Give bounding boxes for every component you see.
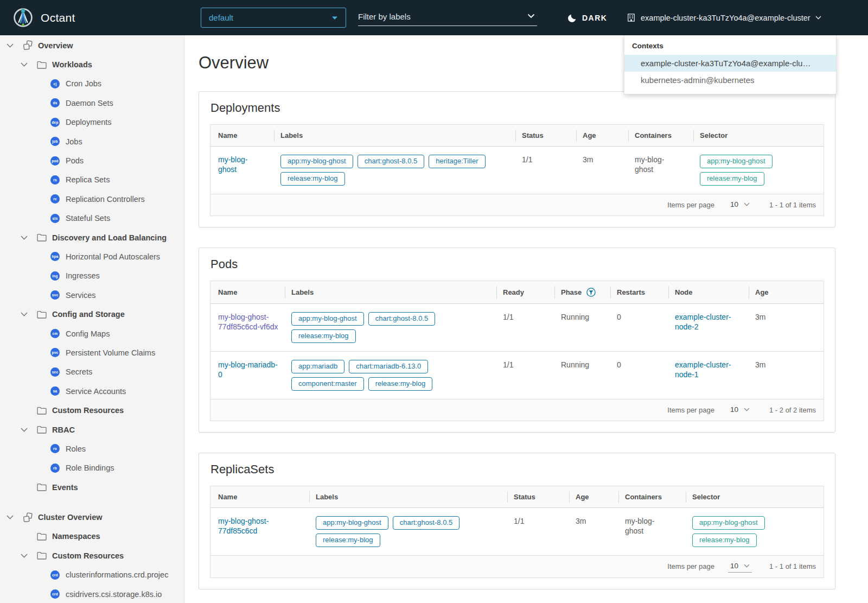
label-pill: release:my-blog	[316, 534, 380, 547]
pod-name-link[interactable]: my-blog-ghost-77df85c6cd-vf6dx	[218, 312, 278, 332]
column-header-ready: Ready	[496, 281, 554, 304]
chevron-down-icon[interactable]	[20, 428, 28, 432]
sidebar-item-label: Cluster Overview	[38, 513, 102, 522]
organization-icon	[627, 13, 636, 22]
sidebar-item-jobs[interactable]: job Jobs	[0, 132, 184, 151]
items-per-page-label: Items per page	[667, 406, 714, 414]
sidebar-item-service-accounts[interactable]: sa Service Accounts	[0, 382, 184, 401]
table-row: my-blog-mariadb-0 app:mariadb chart:mari…	[210, 351, 824, 398]
main-content: Overview Deployments Name Labels Status …	[185, 35, 868, 603]
containers-value: my-blog-ghost	[635, 155, 681, 174]
chevron-down-icon[interactable]	[20, 236, 28, 240]
moon-icon	[567, 13, 577, 23]
label-pill: heritage:Tiller	[429, 155, 485, 168]
sidebar-item-label: Daemon Sets	[66, 99, 113, 107]
sidebar-item-config-and-storage[interactable]: Config and Storage	[0, 304, 184, 323]
sidebar-item-daemon-sets[interactable]: ds Daemon Sets	[0, 93, 184, 112]
sidebar-item-deployments[interactable]: dep Deployments	[0, 113, 184, 132]
page-size-value: 10	[730, 562, 738, 570]
age-value: 3m	[569, 507, 618, 555]
chevron-down-icon[interactable]	[527, 14, 535, 18]
sidebar-item-label: Overview	[38, 41, 73, 50]
sidebar-item-cron-jobs[interactable]: cj Cron Jobs	[0, 74, 184, 93]
context-selector[interactable]: example-cluster-ka3TuTzYo4a@example-clus…	[627, 0, 821, 35]
sidebar-item-rbac[interactable]: RBAC	[0, 420, 184, 439]
age-value: 3m	[749, 351, 824, 398]
sidebar-item-role-bindings[interactable]: rb Role Bindings	[0, 459, 184, 478]
sidebar-item-cluster-overview[interactable]: Cluster Overview	[0, 507, 184, 526]
label-pill: app:my-blog-ghost	[316, 516, 388, 530]
deployment-name-link[interactable]: my-blog-ghost	[218, 155, 265, 174]
selector-pill: release:my-blog	[692, 534, 757, 547]
sidebar-item-label: Workloads	[52, 60, 92, 69]
sidebar-item-horizontal-pod-autoscalers[interactable]: hpa Horizontal Pod Autoscalers	[0, 247, 184, 266]
replicaset-name-link[interactable]: my-blog-ghost-77df85c6cd	[218, 516, 303, 536]
sidebar-item-config-maps[interactable]: cm Config Maps	[0, 324, 184, 343]
sidebar-item-events[interactable]: Events	[0, 478, 184, 497]
hpa-icon: hpa	[50, 252, 60, 261]
context-menu-item-example-cluster[interactable]: example-cluster-ka3TuTzYo4a@example-clu…	[624, 55, 836, 72]
sidebar-item-services[interactable]: svc Services	[0, 285, 184, 304]
page-size-select[interactable]: 10	[728, 404, 752, 416]
theme-toggle[interactable]: DARK	[567, 0, 607, 35]
context-menu-item-kubernetes-admin[interactable]: kubernetes-admin@kubernetes	[624, 72, 836, 88]
sidebar-item-discovery-and-load-balancing[interactable]: Discovery and Load Balancing	[0, 228, 184, 247]
selector-pill: app:my-blog-ghost	[700, 155, 773, 168]
deployments-card: Deployments Name Labels Status Age Conta…	[199, 91, 835, 227]
sidebar-item-replication-controllers[interactable]: rc Replication Controllers	[0, 189, 184, 208]
pagination-footer: Items per page 10 1 - 1 of 1 items	[210, 194, 824, 215]
phase-value: Running	[554, 303, 610, 351]
node-link[interactable]: example-cluster-node-1	[675, 360, 742, 379]
page-size-select[interactable]: 10	[728, 199, 752, 211]
sidebar-item-replica-sets[interactable]: rs Replica Sets	[0, 170, 184, 189]
status-value: 1/1	[507, 507, 569, 555]
sidebar-item-custom-resources[interactable]: Custom Resources	[0, 401, 184, 420]
sidebar-item-roles[interactable]: ro Roles	[0, 439, 184, 458]
contexts-menu-title: Contexts	[624, 42, 836, 55]
sidebar-item-cluster-custom-resources[interactable]: Custom Resources	[0, 546, 184, 565]
replication-controller-icon: rc	[50, 194, 60, 204]
restarts-value: 0	[610, 303, 668, 351]
label-pill: chart:ghost-8.0.5	[393, 516, 460, 530]
sidebar-item-stateful-sets[interactable]: sts Stateful Sets	[0, 209, 184, 228]
pods-table: Name Labels Ready Phase	[210, 281, 824, 421]
column-header-age: Age	[569, 486, 618, 508]
chevron-down-icon[interactable]	[20, 62, 28, 67]
sidebar-item-namespaces[interactable]: Namespaces	[0, 527, 184, 546]
pod-name-link[interactable]: my-blog-mariadb-0	[218, 360, 278, 379]
column-header-containers: Containers	[628, 125, 693, 147]
folder-icon	[37, 532, 47, 541]
sidebar-item-overview[interactable]: Overview	[0, 36, 184, 55]
label-filter-input[interactable]	[358, 9, 518, 24]
chevron-down-icon[interactable]	[5, 515, 14, 519]
column-header-selector: Selector	[693, 125, 824, 147]
label-filter	[358, 9, 537, 26]
node-link[interactable]: example-cluster-node-2	[675, 312, 742, 332]
crd-icon: crd	[50, 570, 60, 580]
label-pill: component:master	[291, 377, 364, 391]
deployment-icon: dep	[50, 118, 60, 127]
sidebar-item-clusterinformations[interactable]: crd clusterinformations.crd.projec	[0, 566, 184, 585]
chevron-down-icon[interactable]	[20, 554, 28, 558]
column-header-age: Age	[749, 281, 824, 304]
filter-icon[interactable]	[586, 288, 596, 297]
sidebar-item-pods[interactable]: pod Pods	[0, 151, 184, 170]
label-pill: app:my-blog-ghost	[291, 312, 364, 326]
pagination-range: 1 - 1 of 1 items	[769, 562, 816, 570]
sidebar-item-persistent-volume-claims[interactable]: pvc Persistent Volume Claims	[0, 343, 184, 362]
chevron-down-icon[interactable]	[5, 43, 14, 48]
chevron-down-icon[interactable]	[20, 312, 28, 316]
sidebar-item-csidrivers[interactable]: crd csidrivers.csi.storage.k8s.io	[0, 585, 184, 603]
namespace-select[interactable]: default	[201, 8, 346, 28]
page-size-select[interactable]: 10	[728, 561, 752, 573]
page-size-value: 10	[730, 405, 738, 414]
age-value: 3m	[576, 147, 628, 194]
folder-icon	[37, 233, 47, 242]
sidebar-item-label: csidrivers.csi.storage.k8s.io	[66, 590, 162, 599]
sidebar-item-workloads[interactable]: Workloads	[0, 55, 184, 74]
sidebar-item-secrets[interactable]: sec Secrets	[0, 363, 184, 382]
ingress-icon: ing	[50, 271, 60, 281]
sidebar-item-label: clusterinformations.crd.projec	[66, 570, 168, 579]
replicaset-icon: rs	[50, 175, 60, 185]
sidebar-item-ingresses[interactable]: ing Ingresses	[0, 266, 184, 285]
